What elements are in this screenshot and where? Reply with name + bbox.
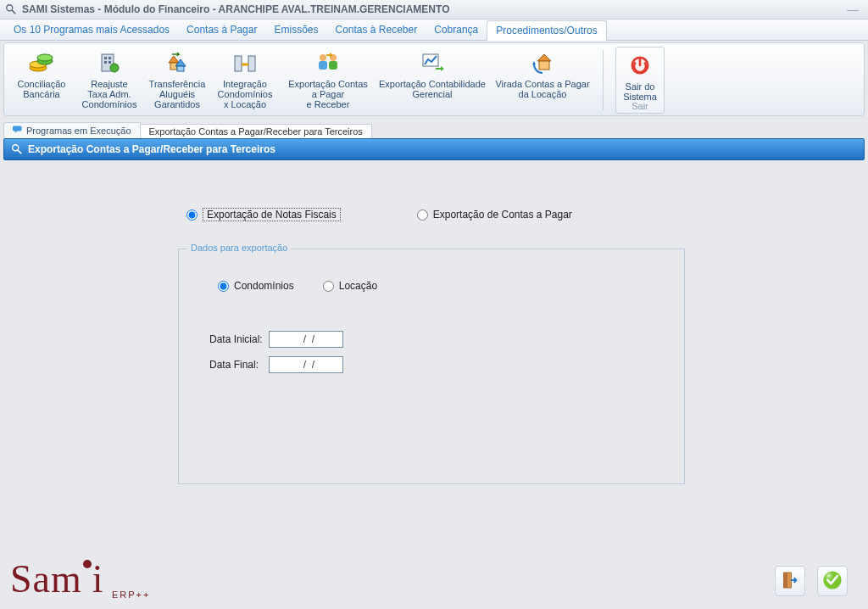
tool-label: Reajuste Taxa Adm. Condomínios xyxy=(82,79,137,109)
svg-point-0 xyxy=(7,5,13,11)
logo-sub: ERP++ xyxy=(112,589,150,600)
subtab-label: Exportação Contas a Pagar/Receber para T… xyxy=(149,126,363,137)
date-initial-input[interactable] xyxy=(269,331,343,348)
export-type-row: Exportação de Notas Fiscais Exportação d… xyxy=(186,208,572,221)
chart-export-icon xyxy=(418,48,447,77)
toolbar: Conciliação Bancária Reajuste Taxa Adm. … xyxy=(3,42,865,116)
menu-emissoes[interactable]: Emissões xyxy=(265,20,326,40)
scope-row: Condomínios Locação xyxy=(218,280,377,292)
fieldset-dados: Dados para exportação Condomínios Locaçã… xyxy=(178,249,685,484)
svg-line-29 xyxy=(18,150,21,154)
toolbar-separator xyxy=(603,50,604,110)
tool-exportacao-contab[interactable]: Exportação Contabilidade Gerencial xyxy=(377,45,487,115)
svg-rect-15 xyxy=(177,66,184,71)
svg-rect-17 xyxy=(248,56,255,71)
power-icon xyxy=(626,51,654,80)
bottom-actions xyxy=(775,566,848,596)
tool-virada[interactable]: Virada Contas a Pagar da Locação xyxy=(487,45,598,115)
svg-point-18 xyxy=(320,54,326,61)
menu-contas-pagar[interactable]: Contas à Pagar xyxy=(178,20,265,40)
svg-rect-19 xyxy=(319,61,327,70)
svg-point-28 xyxy=(13,145,19,151)
tool-label: Sair do Sistema xyxy=(623,81,657,102)
logo-main: Sami xyxy=(10,560,104,596)
svg-marker-25 xyxy=(532,61,536,64)
radio-condominios-input[interactable] xyxy=(218,281,229,292)
date-initial-label: Data Inicial: xyxy=(209,333,264,345)
date-final-row: Data Final: xyxy=(209,356,343,373)
svg-rect-10 xyxy=(108,61,111,64)
fieldset-legend: Dados para exportação xyxy=(187,243,291,253)
coins-icon xyxy=(27,48,56,77)
svg-rect-31 xyxy=(784,573,788,588)
door-exit-icon xyxy=(780,570,800,593)
radio-contas-pagar-input[interactable] xyxy=(417,210,428,221)
app-icon xyxy=(5,3,17,15)
svg-rect-16 xyxy=(235,56,242,71)
svg-line-1 xyxy=(12,10,15,14)
house-swap-icon xyxy=(163,48,192,77)
tool-label: Virada Contas a Pagar da Locação xyxy=(495,79,589,99)
exit-button[interactable] xyxy=(775,566,805,596)
buildings-link-icon xyxy=(231,48,259,77)
toolbar-main-group: Conciliação Bancária Reajuste Taxa Adm. … xyxy=(8,45,598,115)
radio-locacao[interactable]: Locação xyxy=(323,280,377,292)
logo-dot xyxy=(83,560,92,568)
subtab-programas[interactable]: Programas em Execução xyxy=(3,122,141,138)
radio-label: Condomínios xyxy=(234,280,294,292)
menu-procedimentos[interactable]: Procedimentos/Outros xyxy=(487,20,606,41)
tool-label: Exportação Contabilidade Gerencial xyxy=(379,79,486,99)
toolbar-exit-group: Sair do Sistema Sair xyxy=(615,47,665,114)
menu-os10[interactable]: Os 10 Programas mais Acessados xyxy=(5,20,178,40)
radio-contas-pagar[interactable]: Exportação de Contas a Pagar xyxy=(417,209,572,221)
svg-rect-7 xyxy=(104,57,107,59)
speech-icon xyxy=(13,125,23,137)
radio-label: Exportação de Contas a Pagar xyxy=(433,209,572,221)
tool-conciliacao[interactable]: Conciliação Bancária xyxy=(8,45,75,115)
menubar: Os 10 Programas mais Acessados Contas à … xyxy=(0,20,868,41)
svg-marker-23 xyxy=(537,54,551,61)
menu-contas-receber[interactable]: Contas à Receber xyxy=(326,20,426,40)
house-cycle-icon xyxy=(528,48,557,77)
radio-notas-fiscais[interactable]: Exportação de Notas Fiscais xyxy=(186,208,341,221)
check-circle-icon xyxy=(821,569,843,594)
tool-reajuste[interactable]: Reajuste Taxa Adm. Condomínios xyxy=(75,45,143,115)
subtab-bar: Programas em Execução Exportação Contas … xyxy=(3,120,865,138)
form-body: Exportação de Notas Fiscais Exportação d… xyxy=(3,160,865,608)
tool-integracao[interactable]: Integração Condomínios x Locação xyxy=(211,45,279,115)
svg-point-11 xyxy=(110,64,119,72)
brand-logo: Sami ERP++ xyxy=(10,560,150,600)
radio-notas-fiscais-input[interactable] xyxy=(186,210,198,221)
radio-label: Exportação de Notas Fiscais xyxy=(203,208,341,221)
tool-label: Exportação Contas a Pagar e Receber xyxy=(288,79,368,109)
date-initial-row: Data Inicial: xyxy=(209,331,343,348)
logo-i: i xyxy=(92,557,104,601)
confirm-button[interactable] xyxy=(817,566,848,596)
svg-marker-12 xyxy=(169,56,179,63)
date-final-input[interactable] xyxy=(269,356,343,373)
subtab-exportacao[interactable]: Exportação Contas a Pagar/Receber para T… xyxy=(141,124,372,138)
window-title: SAMI Sistemas - Módulo do Financeiro - A… xyxy=(22,3,449,15)
tool-sublabel: Sair xyxy=(632,102,648,111)
tool-label: Transferência Aluguéis Garantidos xyxy=(149,79,206,109)
logo-text: Sam xyxy=(10,557,82,601)
svg-rect-24 xyxy=(539,61,549,70)
svg-rect-21 xyxy=(329,61,337,70)
date-final-label: Data Final: xyxy=(209,359,264,371)
svg-point-5 xyxy=(37,54,53,61)
tool-transferencia[interactable]: Transferência Aluguéis Garantidos xyxy=(143,45,211,115)
tool-sair[interactable]: Sair do Sistema Sair xyxy=(616,47,664,113)
tool-label: Conciliação Bancária xyxy=(18,79,66,99)
radio-condominios[interactable]: Condomínios xyxy=(218,280,294,292)
radio-locacao-input[interactable] xyxy=(323,281,334,292)
building-gear-icon xyxy=(95,48,124,77)
people-export-icon xyxy=(314,48,342,77)
radio-label: Locação xyxy=(339,280,377,292)
magnifier-icon xyxy=(11,143,23,155)
menu-cobranca[interactable]: Cobrança xyxy=(426,20,487,40)
tool-label: Integração Condomínios x Locação xyxy=(218,79,273,109)
svg-rect-9 xyxy=(104,61,107,64)
subtab-label: Programas em Execução xyxy=(26,126,131,136)
tool-exportacao-contas[interactable]: Exportação Contas a Pagar e Receber xyxy=(279,45,377,115)
minimize-button[interactable]: __ xyxy=(843,3,863,16)
